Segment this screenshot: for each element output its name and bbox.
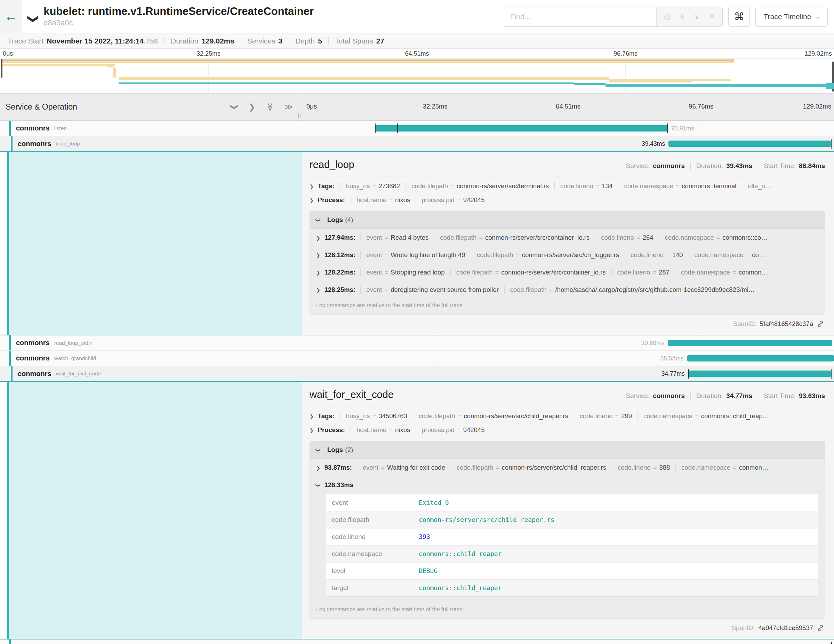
link-icon[interactable] <box>816 624 824 632</box>
minimap-span-bar <box>692 79 731 81</box>
next-match-icon[interactable]: ∨ <box>690 12 704 21</box>
collapse-one-icon[interactable]: ❯ <box>231 102 238 112</box>
search-input[interactable] <box>503 7 656 26</box>
span-color-bar <box>9 335 11 350</box>
span-operation: watch_grandchild <box>54 355 96 361</box>
table-row: code.namespace conmonrs::child_reaper <box>326 545 818 563</box>
trace-depth: Depth5 <box>291 37 326 45</box>
process-item: host.name=nixos <box>351 196 415 204</box>
chevron-right-icon: ❯ <box>310 184 314 189</box>
tag-item: busy_ns=34506763 <box>340 412 413 420</box>
trace-start: Trace StartNovember 15 2022, 11:24:14.75… <box>3 37 162 45</box>
log-timestamp: 127.94ms: <box>325 234 356 241</box>
log-field: code.lineno=140 <box>625 251 688 259</box>
minimap-span-bar <box>609 79 692 83</box>
log-field: code.filepath=conmon-rs/server/src/cri_l… <box>471 251 625 259</box>
logs-block: ❯Logs(4) ❯ 127.94ms: event=Read 4 bytesc… <box>310 211 825 314</box>
chevron-down-icon: ❯ <box>316 447 320 453</box>
log-field: code.filepath=conmon-rs/server/src/child… <box>451 464 612 471</box>
expand-one-icon[interactable]: ❯ <box>249 102 255 112</box>
log-entry[interactable]: ❯ 128.25ms: event=deregistering event so… <box>310 281 824 298</box>
table-row: event Exited 0 <box>326 494 818 511</box>
process-item: host.name=nixos <box>351 426 415 434</box>
span-bar[interactable] <box>687 355 834 361</box>
minimap-span-bar <box>119 77 609 80</box>
tag-item: code.lineno=299 <box>574 412 637 420</box>
span-bar[interactable] <box>668 141 831 147</box>
span-color-bar <box>9 121 11 136</box>
log-field: event=Stopping read loop <box>360 269 450 276</box>
tag-item: code.filepath=conmon-rs/server/src/child… <box>413 412 574 420</box>
field-key: target <box>326 579 413 596</box>
span-bar[interactable] <box>668 340 832 346</box>
log-timestamp: 93.87ms: <box>325 464 352 471</box>
trace-total-spans: Total Spans27 <box>331 37 388 45</box>
chevron-right-icon: ❯ <box>316 235 320 241</box>
span-detail-left-column <box>7 382 302 639</box>
back-arrow-icon: ← <box>5 9 18 24</box>
span-row-listen[interactable]: conmonrs listen 70.91ms <box>0 121 834 136</box>
field-key: event <box>326 494 413 511</box>
back-button[interactable]: ← <box>0 0 22 33</box>
tags-accordion[interactable]: ❯ Tags: busy_ns=34506763code.filepath=co… <box>310 409 825 423</box>
find-box: ◎ ∧ ∨ ✕ <box>503 6 723 27</box>
span-row-watch-grandchild[interactable]: conmonrs watch_grandchild 35.58ms <box>0 351 834 366</box>
trace-id: d8a3a0c <box>44 18 503 28</box>
span-duration-label: 34.77ms <box>658 366 688 381</box>
detail-meta: Service:conmonrs Duration:39.43ms Start … <box>626 162 825 170</box>
minimap-span-bar <box>107 66 113 68</box>
collapse-all-icon[interactable]: ≫ <box>266 102 274 112</box>
span-row-read-loop-stdin[interactable]: conmonrs read_loop_stdin 39.69ms <box>0 335 834 351</box>
log-entry[interactable]: ❯ 93.87ms: event=Waiting for exit codeco… <box>310 459 824 476</box>
log-entry[interactable]: ❯ 127.94ms: event=Read 4 bytescode.filep… <box>310 228 824 246</box>
chevron-right-icon: ❯ <box>316 270 320 275</box>
tag-item: busy_ns=273882 <box>340 182 406 190</box>
span-row-wait-for-exit-code[interactable]: conmonrs wait_for_exit_code 34.77ms <box>0 366 834 381</box>
top-bar: ← ❯ kubelet: runtime.v1.RuntimeService/C… <box>0 0 834 33</box>
logs-accordion[interactable]: ❯Logs(4) <box>310 212 824 228</box>
log-entry[interactable]: ❯ 128.12ms: event=Wrote log line of leng… <box>310 246 824 264</box>
minimap-span-bar <box>826 83 834 89</box>
view-selector-label: Trace Timeline <box>763 13 811 21</box>
field-value: conmonrs::child_reaper <box>413 579 818 596</box>
tags-accordion[interactable]: ❯ Tags: busy_ns=273882code.filepath=conm… <box>310 179 825 193</box>
chevron-right-icon: ❯ <box>310 414 314 419</box>
log-timestamp: 128.22ms: <box>325 269 356 276</box>
trace-duration: Duration129.02ms <box>166 37 239 45</box>
span-row-write-exit-path[interactable]: conmonrs write_exit_path 303μs <box>0 639 834 644</box>
chevron-right-icon: ❯ <box>310 427 314 433</box>
expand-all-icon[interactable]: ≫ <box>284 102 293 112</box>
span-duration-label: 35.58ms <box>657 351 687 366</box>
keyboard-shortcuts-button[interactable]: ⌘ <box>728 6 750 27</box>
span-color-bar <box>11 136 13 151</box>
field-key: level <box>326 563 413 579</box>
clear-search-icon[interactable]: ✕ <box>704 12 719 21</box>
trace-collapse-toggle[interactable]: ❯ <box>29 13 38 25</box>
view-selector-button[interactable]: Trace Timeline ⌄ <box>755 6 828 27</box>
span-color-bar <box>9 639 11 644</box>
detail-title: wait_for_exit_code <box>310 389 394 400</box>
log-field: code.lineno=388 <box>612 464 676 471</box>
span-color-bar <box>11 366 13 381</box>
log-field: event=Wrote log line of length 49 <box>360 251 471 259</box>
previous-match-icon[interactable]: ∧ <box>675 12 690 21</box>
minimap-span-bar <box>113 68 116 78</box>
minimap-canvas[interactable] <box>0 58 834 93</box>
column-resize-handle[interactable] <box>298 113 301 118</box>
logs-accordion[interactable]: ❯Logs(2) <box>310 442 824 459</box>
span-bar[interactable] <box>688 371 832 377</box>
match-case-icon[interactable]: ◎ <box>659 12 675 21</box>
span-bar[interactable] <box>375 125 668 131</box>
process-accordion[interactable]: ❯ Process: host.name=nixosprocess.pid=94… <box>310 423 825 437</box>
log-entry[interactable]: ❯ 128.22ms: event=Stopping read loopcode… <box>310 264 824 281</box>
span-row-read-loop[interactable]: conmonrs read_loop 39.43ms <box>0 136 834 151</box>
field-key: code.filepath <box>326 511 413 528</box>
log-field: code.namespace=co… <box>689 251 771 259</box>
chevron-down-icon: ❯ <box>316 482 320 488</box>
span-duration-label: 39.43ms <box>638 136 668 151</box>
link-icon[interactable] <box>816 320 824 328</box>
logs-footnote: Log timestamps are relative to the start… <box>310 298 824 314</box>
process-accordion[interactable]: ❯ Process: host.name=nixosprocess.pid=94… <box>310 193 825 207</box>
command-icon: ⌘ <box>734 10 744 23</box>
log-entry-expanded[interactable]: ❯ 128.33ms <box>310 476 824 494</box>
